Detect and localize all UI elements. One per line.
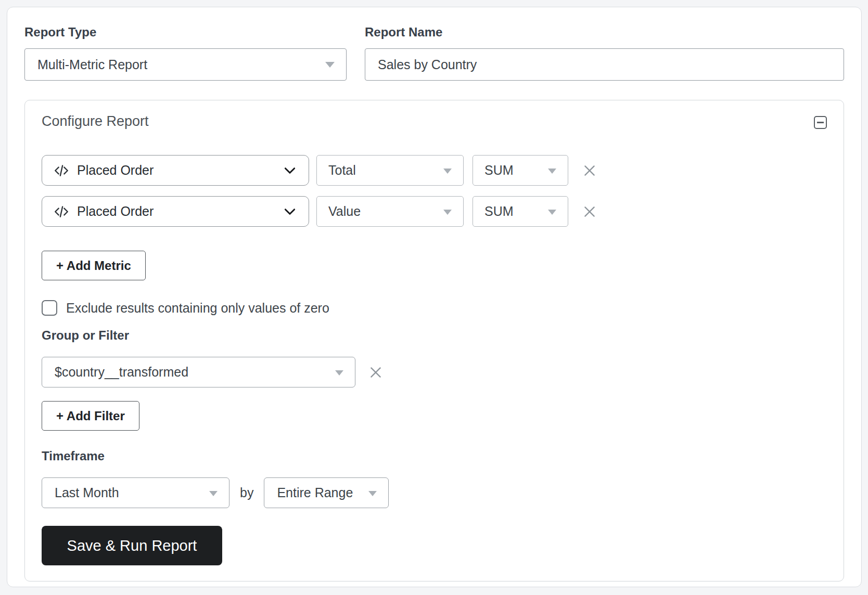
group-filter-value: $country__transformed xyxy=(55,365,188,380)
metric-select[interactable]: Placed Order xyxy=(42,196,309,227)
collapse-minus-icon xyxy=(817,122,824,123)
exclude-zero-checkbox[interactable] xyxy=(42,300,57,316)
metric-select-value: Placed Order xyxy=(77,163,154,178)
caret-down-icon xyxy=(209,491,218,496)
remove-filter-button[interactable] xyxy=(368,365,384,380)
metric-attribute-select[interactable]: Value xyxy=(316,196,464,227)
chevron-down-icon xyxy=(283,163,297,178)
metric-select-value: Placed Order xyxy=(77,204,154,219)
timeframe-row: Last Month by Entire Range xyxy=(42,477,827,508)
code-icon xyxy=(54,163,69,178)
timeframe-interval-value: Entire Range xyxy=(277,485,353,500)
metric-row: Placed Order Total SUM xyxy=(42,155,827,186)
group-filter-select[interactable]: $country__transformed xyxy=(42,357,355,387)
caret-down-icon xyxy=(548,169,556,174)
metric-attribute-value: Total xyxy=(328,163,356,178)
report-name-label: Report Name xyxy=(365,24,844,40)
metric-attribute-select[interactable]: Total xyxy=(316,155,464,186)
metric-aggregation-select[interactable]: SUM xyxy=(473,155,568,186)
close-icon xyxy=(582,163,597,178)
report-type-value: Multi-Metric Report xyxy=(37,57,147,72)
remove-metric-button[interactable] xyxy=(582,163,597,178)
timeframe-range-select[interactable]: Last Month xyxy=(42,477,229,508)
exclude-zero-label: Exclude results containing only values o… xyxy=(66,301,329,316)
caret-down-icon xyxy=(335,370,343,376)
metric-aggregation-value: SUM xyxy=(484,204,514,219)
chevron-down-icon xyxy=(283,204,297,219)
top-row: Report Type Multi-Metric Report Report N… xyxy=(24,24,844,81)
report-type-label: Report Type xyxy=(24,24,347,40)
metric-attribute-value: Value xyxy=(328,204,361,219)
add-metric-button[interactable]: + Add Metric xyxy=(42,251,146,280)
add-filter-button[interactable]: + Add Filter xyxy=(42,401,139,431)
panel-header: Configure Report xyxy=(42,113,827,130)
timeframe-range-value: Last Month xyxy=(55,485,119,500)
report-builder-card: Report Type Multi-Metric Report Report N… xyxy=(7,7,862,587)
close-icon xyxy=(582,204,597,219)
close-icon xyxy=(368,365,383,380)
configure-report-title: Configure Report xyxy=(42,113,149,130)
timeframe-label: Timeframe xyxy=(42,449,827,463)
group-or-filter-label: Group or Filter xyxy=(42,328,827,343)
remove-metric-button[interactable] xyxy=(582,204,597,219)
report-name-input[interactable] xyxy=(365,48,844,81)
report-type-select[interactable]: Multi-Metric Report xyxy=(24,48,347,81)
save-run-report-button[interactable]: Save & Run Report xyxy=(42,526,222,565)
timeframe-by-label: by xyxy=(240,485,253,500)
metric-row: Placed Order Value SUM xyxy=(42,196,827,227)
exclude-zero-row: Exclude results containing only values o… xyxy=(42,300,827,316)
caret-down-icon xyxy=(548,210,556,215)
code-icon xyxy=(54,204,69,219)
collapse-panel-button[interactable] xyxy=(814,116,827,129)
caret-down-icon xyxy=(443,169,452,174)
metric-aggregation-value: SUM xyxy=(484,163,514,178)
group-filter-row: $country__transformed xyxy=(42,357,827,387)
metric-select[interactable]: Placed Order xyxy=(42,155,309,186)
metric-aggregation-select[interactable]: SUM xyxy=(473,196,568,227)
configure-report-panel: Configure Report Placed Order Total xyxy=(24,100,844,581)
caret-down-icon xyxy=(325,62,335,68)
timeframe-interval-select[interactable]: Entire Range xyxy=(264,477,389,508)
caret-down-icon xyxy=(368,491,377,496)
caret-down-icon xyxy=(443,210,452,215)
